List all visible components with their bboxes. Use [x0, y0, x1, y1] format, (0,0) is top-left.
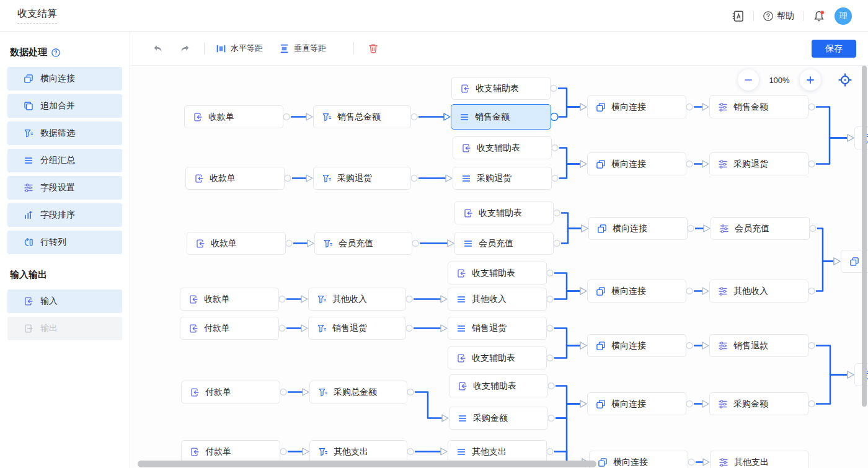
sidebar-item-label: 横向连接 — [40, 73, 75, 84]
flow-node[interactable]: 收支辅助表 — [453, 136, 552, 159]
flow-node[interactable]: 其他支出 — [710, 451, 809, 468]
flow-node[interactable]: 采购退货 — [313, 167, 411, 190]
flow-node[interactable]: 其他支出 — [448, 440, 547, 463]
flow-node[interactable]: 会员充值 — [454, 232, 554, 255]
node-label: 收支辅助表 — [472, 353, 515, 364]
vertical-scrollbar-thumb[interactable] — [862, 66, 867, 407]
sidebar-item[interactable]: 追加合并 — [7, 94, 122, 118]
node-label: 付款单 — [205, 387, 231, 398]
flow-node[interactable]: 采购总金额 — [309, 381, 407, 404]
join-icon — [596, 341, 606, 351]
flow-node[interactable]: 其他收入 — [709, 280, 808, 302]
sidebar-item-label: 数据筛选 — [40, 128, 75, 139]
flow-node[interactable]: 收款单 — [185, 167, 285, 190]
edge-arrow — [308, 240, 314, 247]
flow-node[interactable]: 其他支出 — [309, 440, 407, 463]
flow-node[interactable]: 收支辅助表 — [451, 77, 551, 100]
filter-icon — [24, 128, 33, 138]
flow-node[interactable]: 采购退货 — [453, 167, 552, 190]
sidebar-item[interactable]: 输入 — [7, 289, 122, 313]
horizontal-scrollbar-thumb[interactable] — [138, 461, 596, 467]
help-label: 帮助 — [777, 11, 794, 22]
flow-node[interactable]: 付款单 — [181, 381, 280, 404]
flow-node[interactable]: 销售退货 — [308, 317, 406, 340]
locate-fit-button[interactable] — [837, 72, 853, 88]
edge-arrow — [704, 225, 710, 232]
node-port — [686, 104, 693, 110]
flow-node[interactable]: 销售退款 — [709, 334, 808, 357]
edge-arrow — [441, 325, 447, 332]
node-port — [283, 114, 290, 120]
contacts-icon[interactable] — [731, 9, 745, 23]
input-icon — [458, 381, 467, 391]
distribute-horizontal-button[interactable]: 水平等距 — [216, 43, 263, 54]
delete-button[interactable] — [365, 40, 381, 56]
node-label: 收款单 — [211, 238, 237, 249]
flow-node[interactable]: 采购金额 — [709, 392, 808, 415]
node-label: 横向连接 — [611, 340, 646, 351]
flow-node[interactable]: 销售金额 — [451, 104, 551, 130]
node-label: 收支辅助表 — [476, 83, 519, 94]
zoom-out-button[interactable] — [738, 69, 759, 91]
flow-node[interactable]: 收支辅助表 — [448, 262, 547, 285]
node-port — [547, 325, 553, 332]
sidebar-item[interactable]: 横向连接 — [7, 67, 122, 91]
flow-node[interactable]: 付款单 — [180, 317, 279, 340]
node-label: 其他收入 — [733, 286, 768, 297]
node-port — [552, 145, 558, 151]
node-port — [279, 325, 285, 332]
distribute-vertical-button[interactable]: 垂直等距 — [279, 43, 326, 54]
flow-node[interactable]: 付款单 — [181, 440, 280, 463]
flow-node[interactable]: 横向连接 — [589, 451, 688, 468]
node-port — [280, 449, 286, 455]
flow-node[interactable]: 销售金额 — [709, 95, 808, 118]
flow-node[interactable]: 采购退货 — [709, 152, 808, 175]
section-help-icon[interactable] — [51, 48, 61, 58]
flow-node[interactable]: 横向连接 — [587, 95, 686, 118]
flow-node[interactable]: 销售总金额 — [313, 105, 411, 128]
node-port — [547, 270, 553, 276]
group-icon — [461, 174, 471, 183]
node-port — [411, 114, 417, 120]
zoom-in-button[interactable] — [800, 69, 821, 91]
header-divider — [753, 11, 754, 21]
flow-node[interactable]: 其他收入 — [448, 288, 547, 311]
save-button[interactable]: 保存 — [812, 40, 856, 58]
flow-node[interactable]: 横向连接 — [587, 392, 686, 415]
sidebar-item[interactable]: 数据筛选 — [7, 121, 122, 145]
flow-node[interactable]: 收支辅助表 — [449, 374, 548, 397]
flow-node[interactable]: 收支辅助表 — [448, 347, 547, 369]
flow-node[interactable]: 横向连接 — [587, 152, 686, 175]
flow-node[interactable]: 收款单 — [187, 232, 286, 255]
sort-icon — [24, 210, 33, 220]
flow-node[interactable]: 横向连接 — [587, 334, 686, 357]
node-port — [810, 226, 816, 232]
fields-icon — [719, 457, 728, 467]
flow-node[interactable]: 采购金额 — [449, 407, 548, 430]
flow-canvas[interactable]: 收款单销售总金额收支辅助表销售金额横向连接销售金额收款单采购退货收支辅助表采购退… — [131, 66, 868, 468]
flow-node[interactable]: 收款单 — [184, 105, 283, 128]
flow-node[interactable]: 收支辅助表 — [454, 201, 554, 224]
flow-node[interactable]: 横向连接 — [587, 280, 686, 302]
undo-button[interactable] — [149, 40, 166, 56]
redo-button[interactable] — [177, 40, 193, 56]
toolbar-divider — [204, 42, 205, 55]
sidebar-item-label: 追加合并 — [40, 100, 75, 112]
sidebar-item-label: 字段设置 — [40, 182, 75, 193]
flow-node[interactable]: 销售退货 — [448, 317, 547, 340]
sidebar-item[interactable]: 字段排序 — [7, 203, 122, 227]
sidebar-item[interactable]: 字段设置 — [7, 176, 122, 200]
flow-node[interactable]: 其他收入 — [308, 288, 406, 311]
flow-node[interactable]: 收款单 — [180, 288, 279, 311]
flow-node[interactable]: 会员充值 — [711, 217, 810, 240]
notification-bell-icon[interactable] — [812, 9, 826, 23]
sidebar-item[interactable]: 行转列 — [7, 231, 122, 254]
flow-node[interactable]: 横向连接 — [588, 217, 688, 240]
edge-arrow — [582, 225, 588, 232]
node-port — [280, 389, 286, 395]
flow-node[interactable]: 会员充值 — [314, 232, 412, 255]
sidebar-item[interactable]: 分组汇总 — [7, 149, 122, 172]
user-avatar[interactable]: 理 — [835, 7, 852, 25]
input-icon — [456, 353, 466, 363]
help-button[interactable]: 帮助 — [763, 11, 794, 22]
